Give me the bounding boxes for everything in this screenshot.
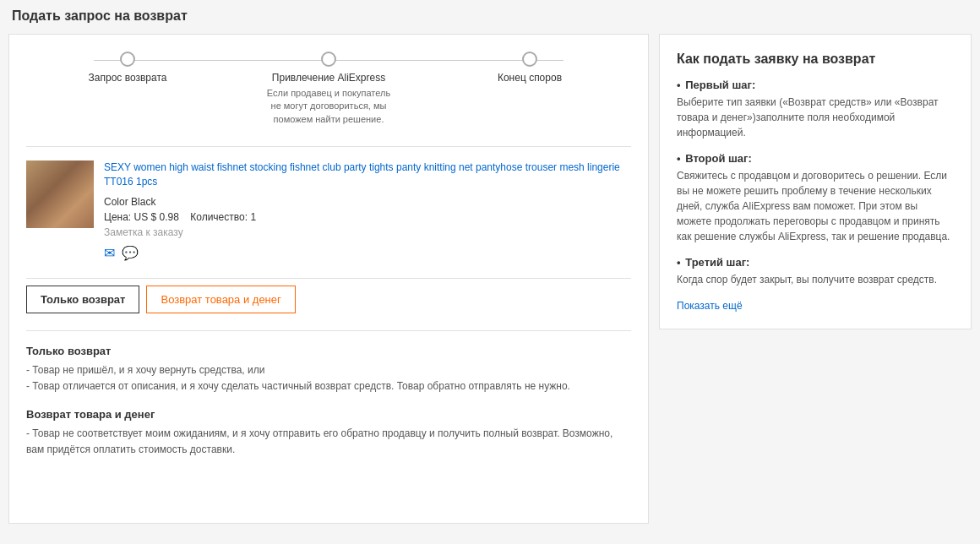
- bullet-1: •: [677, 79, 681, 91]
- quantity-value: 1: [250, 211, 256, 223]
- quantity-label: Количество:: [190, 211, 248, 223]
- sidebar-step-3-heading-text: Третий шаг:: [685, 256, 749, 269]
- product-section: SEXY women high waist fishnet stocking f…: [26, 146, 631, 261]
- sidebar-step-2-desc: Свяжитесь с продавцом и договоритесь о р…: [677, 168, 954, 244]
- step-3-label: Конец споров: [498, 72, 562, 84]
- sidebar-step-3-heading: • Третий шаг:: [677, 256, 954, 269]
- step-1-circle: [120, 52, 135, 67]
- product-title[interactable]: SEXY women high waist fishnet stocking f…: [104, 160, 631, 189]
- sidebar-step-3: • Третий шаг: Когда спор будет закрыт, в…: [677, 256, 954, 287]
- bullet-2: •: [677, 152, 681, 165]
- product-price-row: Цена: US $ 0.98 Количество: 1: [104, 211, 631, 223]
- sidebar-step-3-desc: Когда спор будет закрыт, вы получите воз…: [677, 272, 954, 287]
- step-2-sublabel: Если продавец и покупатель не могут дого…: [261, 87, 396, 126]
- desc-title-0: Только возврат: [26, 345, 631, 357]
- desc-block-0: Только возврат - Товар не пришёл, и я хо…: [26, 345, 631, 394]
- message-icon[interactable]: ✉: [104, 245, 115, 261]
- sidebar-step-1-heading: • Первый шаг:: [677, 79, 954, 91]
- product-info: SEXY women high waist fishnet stocking f…: [104, 160, 631, 261]
- color-value: Black: [131, 196, 155, 208]
- sidebar-step-1: • Первый шаг: Выберите тип заявки («Возв…: [677, 79, 954, 140]
- price-value: US $ 0.98: [134, 211, 179, 223]
- step-1: Запрос возврата: [60, 52, 195, 84]
- step-1-label: Запрос возврата: [89, 72, 167, 84]
- bullet-3: •: [677, 256, 681, 269]
- sidebar-title: Как подать заявку на возврат: [677, 52, 954, 67]
- right-panel: Как подать заявку на возврат • Первый ша…: [659, 34, 972, 329]
- sidebar-step-2-heading: • Второй шаг:: [677, 152, 954, 165]
- show-more-link[interactable]: Показать ещё: [677, 300, 743, 312]
- description-section: Только возврат - Товар не пришёл, и я хо…: [26, 330, 631, 459]
- refund-return-button[interactable]: Возврат товара и денег: [146, 286, 295, 313]
- step-3-circle: [522, 52, 537, 67]
- chat-icon[interactable]: 💬: [122, 245, 139, 261]
- step-2: Привлечение AliExpress Если продавец и п…: [261, 52, 396, 126]
- desc-title-1: Возврат товара и денег: [26, 408, 631, 421]
- desc-item-0-0: - Товар не пришёл, и я хочу вернуть сред…: [26, 362, 631, 378]
- product-note: Заметка к заказу: [104, 226, 631, 238]
- step-2-label: Привлечение AliExpress: [272, 72, 385, 84]
- sidebar-step-2-heading-text: Второй шаг:: [685, 152, 752, 165]
- product-icons: ✉ 💬: [104, 245, 631, 261]
- action-buttons: Только возврат Возврат товара и денег: [26, 278, 631, 313]
- sidebar-step-2: • Второй шаг: Свяжитесь с продавцом и до…: [677, 152, 954, 244]
- desc-block-1: Возврат товара и денег - Товар не соотве…: [26, 408, 631, 458]
- page-title: Подать запрос на возврат: [8, 8, 972, 24]
- desc-item-1-0: - Товар не соответствует моим ожиданиям,…: [26, 426, 631, 458]
- product-row: SEXY women high waist fishnet stocking f…: [26, 160, 631, 261]
- product-image-placeholder: [26, 160, 94, 228]
- product-image: [26, 160, 94, 228]
- color-label: Color: [104, 196, 128, 208]
- sidebar-step-1-heading-text: Первый шаг:: [685, 79, 755, 91]
- product-color: Color Black: [104, 196, 631, 208]
- refund-only-button[interactable]: Только возврат: [26, 286, 139, 313]
- sidebar-step-1-desc: Выберите тип заявки («Возврат средств» и…: [677, 95, 954, 140]
- step-2-circle: [321, 52, 336, 67]
- left-panel: Запрос возврата Привлечение AliExpress Е…: [8, 34, 649, 524]
- price-label: Цена:: [104, 211, 131, 223]
- step-3: Конец споров: [462, 52, 597, 84]
- progress-steps: Запрос возврата Привлечение AliExpress Е…: [26, 52, 631, 126]
- desc-item-0-1: - Товар отличается от описания, и я хочу…: [26, 378, 631, 394]
